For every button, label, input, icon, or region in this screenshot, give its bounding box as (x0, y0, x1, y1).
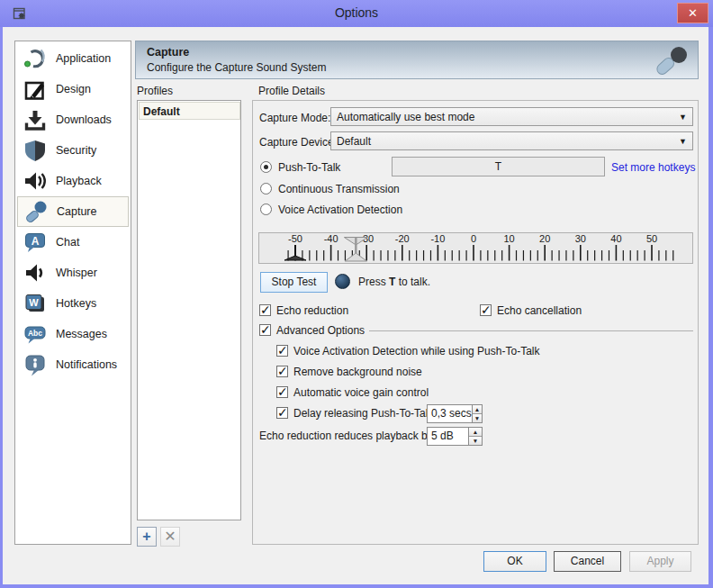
security-shield-icon (23, 138, 48, 163)
sidebar-item-chat[interactable]: A Chat (17, 227, 129, 258)
sidebar-item-design[interactable]: Design (17, 74, 129, 104)
sidebar-label: Notifications (56, 358, 117, 371)
sidebar-item-capture[interactable]: Capture (17, 196, 129, 227)
sidebar-item-notifications[interactable]: Notifications (17, 349, 129, 380)
chevron-down-icon: ▼ (679, 137, 687, 146)
svg-text:40: 40 (610, 233, 621, 244)
profiles-list[interactable]: Default (137, 100, 241, 520)
notifications-info-icon (23, 352, 48, 377)
advanced-options-checkbox[interactable] (259, 324, 271, 336)
category-sidebar: Application Design Downloads Security (14, 41, 131, 545)
playback-speaker-icon (23, 168, 48, 194)
push-to-talk-label: Push-To-Talk (278, 161, 340, 174)
messages-bubble-icon: Abc (23, 321, 48, 347)
delay-releasing-ptt-checkbox[interactable] (276, 407, 288, 419)
capture-mode-value: Automatically use best mode (337, 111, 679, 123)
capture-microphone-icon (23, 199, 49, 224)
svg-text:20: 20 (539, 233, 550, 244)
sidebar-item-whisper[interactable]: Whisper (17, 258, 129, 288)
echo-playback-label: Echo reduction reduces playback by: (259, 430, 436, 442)
spinner-up-icon[interactable]: ▲ (469, 428, 482, 436)
chevron-down-icon: ▼ (679, 113, 687, 122)
sidebar-item-application[interactable]: Application (17, 43, 129, 74)
capture-device-label: Capture Device: (259, 136, 337, 149)
echo-reduction-checkbox[interactable] (259, 304, 271, 316)
set-more-hotkeys-link[interactable]: Set more hotkeys (611, 161, 695, 174)
delete-profile-button[interactable]: ✕ (160, 527, 180, 547)
spinner-up-icon[interactable]: ▲ (473, 405, 482, 413)
push-to-talk-radio[interactable] (260, 161, 272, 173)
capture-device-value: Default (337, 135, 679, 148)
talk-status-light-icon (335, 274, 350, 289)
sidebar-item-security[interactable]: Security (17, 135, 129, 166)
close-button[interactable]: ✕ (677, 3, 708, 23)
voice-activation-label: Voice Activation Detection (278, 204, 402, 216)
downloads-icon (23, 107, 48, 132)
delay-releasing-value: 0,3 secs (428, 405, 472, 422)
echo-playback-value: 5 dB (428, 428, 468, 445)
talk-hint: Press T to talk. (358, 276, 430, 288)
delay-releasing-spinner[interactable]: 0,3 secs ▲▼ (427, 404, 483, 423)
advanced-options-divider (369, 330, 693, 331)
sidebar-label: Design (56, 83, 91, 95)
apply-button[interactable]: Apply (629, 551, 691, 572)
auto-voice-gain-label: Automatic voice gain control (293, 386, 429, 399)
capture-level-meter[interactable]: -50-40-30-20-1001020304050 (258, 232, 693, 264)
stop-test-button[interactable]: Stop Test (260, 272, 328, 293)
sidebar-item-hotkeys[interactable]: W Hotkeys (17, 288, 129, 319)
advanced-options-label: Advanced Options (276, 324, 365, 337)
svg-text:-50: -50 (288, 233, 302, 244)
whisper-speaker-icon (23, 260, 48, 285)
sidebar-label: Chat (56, 236, 79, 249)
options-window: Options ✕ Application Design (0, 0, 713, 588)
voice-activation-radio[interactable] (260, 204, 272, 215)
echo-reduction-label: Echo reduction (276, 304, 348, 317)
titlebar[interactable]: Options ✕ (0, 0, 713, 27)
capture-device-select[interactable]: Default ▼ (330, 131, 693, 150)
echo-cancellation-label: Echo cancellation (497, 304, 582, 317)
svg-text:50: 50 (646, 233, 657, 244)
cancel-button[interactable]: Cancel (554, 551, 621, 572)
design-icon (23, 77, 48, 102)
sidebar-label: Whisper (56, 267, 97, 279)
profile-details-label: Profile Details (258, 85, 325, 97)
capture-mode-label: Capture Mode: (259, 112, 330, 124)
page-subtitle: Configure the Capture Sound System (147, 61, 326, 74)
page-header: Capture Configure the Capture Sound Syst… (135, 41, 699, 79)
level-meter-scale: -50-40-30-20-1001020304050 (259, 233, 692, 263)
sidebar-item-messages[interactable]: Abc Messages (17, 319, 129, 349)
add-profile-button[interactable]: + (137, 527, 157, 547)
page-title: Capture (147, 46, 189, 59)
svg-text:0: 0 (471, 233, 476, 244)
profile-item-default[interactable]: Default (139, 102, 240, 120)
svg-text:-10: -10 (430, 233, 445, 244)
continuous-transmission-radio[interactable] (260, 183, 272, 194)
sidebar-label: Hotkeys (56, 297, 96, 310)
capture-mode-select[interactable]: Automatically use best mode ▼ (330, 107, 693, 126)
svg-text:10: 10 (503, 233, 514, 244)
spinner-down-icon[interactable]: ▼ (469, 436, 482, 445)
svg-text:-40: -40 (324, 233, 338, 244)
echo-cancellation-checkbox[interactable] (480, 304, 492, 316)
vad-while-ptt-checkbox[interactable] (276, 345, 288, 357)
echo-playback-spinner[interactable]: 5 dB ▲▼ (427, 427, 483, 446)
svg-text:-20: -20 (395, 233, 410, 244)
spinner-down-icon[interactable]: ▼ (473, 413, 482, 422)
auto-voice-gain-checkbox[interactable] (276, 386, 288, 398)
header-microphone-icon (651, 44, 692, 78)
hotkey-button[interactable]: T (392, 157, 605, 176)
vad-while-ptt-label: Voice Activation Detection while using P… (293, 345, 539, 357)
sidebar-label: Playback (56, 175, 102, 187)
window-title: Options (0, 5, 713, 20)
sidebar-item-downloads[interactable]: Downloads (17, 104, 129, 135)
hotkeys-key-icon: W (23, 291, 48, 316)
sidebar-item-playback[interactable]: Playback (17, 166, 129, 196)
remove-background-noise-checkbox[interactable] (276, 366, 288, 377)
profiles-label: Profiles (137, 85, 173, 97)
delay-releasing-ptt-label: Delay releasing Push-To-Talk: (293, 407, 437, 420)
sidebar-label: Messages (56, 328, 107, 340)
svg-text:Abc: Abc (28, 329, 42, 338)
ok-button[interactable]: OK (483, 551, 546, 572)
svg-text:30: 30 (575, 233, 586, 244)
sidebar-label: Application (56, 52, 111, 65)
